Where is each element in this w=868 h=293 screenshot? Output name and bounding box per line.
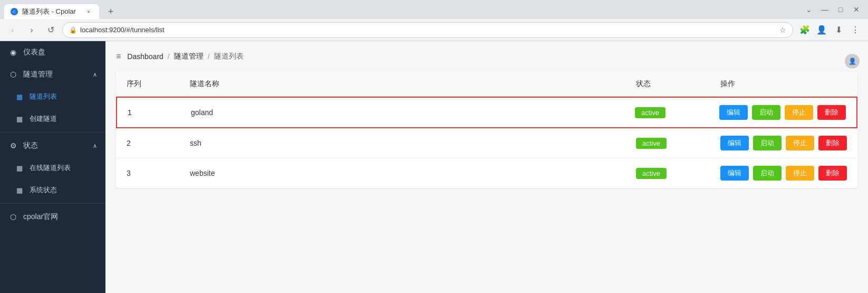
sidebar-group-label: 隧道管理 (23, 70, 53, 79)
chevron-up-icon: ∧ (93, 71, 97, 78)
sys-status-icon: ▦ (15, 185, 24, 195)
browser-chrome: C 隧道列表 - Cpolar × + ⌄ — □ ✕ ‹ › ↺ 🔒 loca… (0, 0, 868, 41)
col-header-actions: 操作 (720, 79, 847, 89)
cell-status: active (636, 168, 720, 179)
forward-button[interactable]: › (24, 23, 39, 37)
col-header-index: 序列 (127, 79, 190, 89)
cell-name: ssh (190, 139, 636, 147)
sidebar-item-label: 系统状态 (30, 185, 57, 195)
breadcrumb: ≡ Dashboard / 隧道管理 / 隧道列表 (116, 52, 857, 61)
online-tunnel-icon: ▦ (15, 163, 24, 173)
create-tunnel-icon: ▦ (15, 114, 24, 124)
edit-button-1[interactable]: 编辑 (719, 105, 748, 120)
downloads-button[interactable]: ⬇ (831, 23, 846, 37)
cell-actions: 编辑 启动 停止 删除 (720, 136, 847, 150)
sidebar-item-tunnel-list[interactable]: ▦ 隧道列表 (0, 86, 105, 108)
sidebar-item-label: 隧道列表 (30, 92, 57, 101)
cell-actions: 编辑 启动 停止 删除 (720, 166, 847, 181)
col-header-status: 状态 (636, 79, 720, 89)
toolbar-actions: 🧩 👤 ⬇ ⋮ (797, 23, 863, 37)
sidebar-item-sys-status[interactable]: ▦ 系统状态 (0, 179, 105, 201)
cell-actions: 编辑 启动 停止 删除 (719, 105, 846, 120)
sidebar-divider-2 (0, 203, 105, 204)
sidebar-group-tunnel-mgmt[interactable]: ⬡ 隧道管理 ∧ (0, 63, 105, 86)
tunnel-mgmt-icon: ⬡ (8, 70, 18, 79)
browser-toolbar: ‹ › ↺ 🔒 localhost:9200/#/tunnels/list ☆ … (0, 19, 868, 41)
chevron-up-icon: ∧ (93, 143, 97, 149)
url-text: localhost:9200/#/tunnels/list (80, 26, 776, 34)
delete-button-3[interactable]: 删除 (818, 166, 847, 181)
stop-button-3[interactable]: 停止 (786, 166, 814, 181)
cell-index: 3 (127, 169, 190, 177)
edit-button-3[interactable]: 编辑 (720, 166, 749, 181)
maximize-button[interactable]: □ (833, 2, 848, 17)
sidebar-item-online-tunnel[interactable]: ▦ 在线隧道列表 (0, 157, 105, 179)
sidebar-divider (0, 132, 105, 133)
cell-index: 2 (127, 139, 190, 147)
app-container: ◉ 仪表盘 ⬡ 隧道管理 ∧ ▦ 隧道列表 ▦ 创建隧道 ⚙ 状态 ∧ ▦ 在线… (0, 41, 868, 293)
main-content: ≡ Dashboard / 隧道管理 / 隧道列表 序列 隧道名称 状态 操作 … (105, 41, 868, 293)
status-badge: active (636, 138, 667, 149)
dashboard-icon: ◉ (8, 48, 18, 57)
delete-button-1[interactable]: 删除 (817, 105, 846, 120)
sidebar-group-status[interactable]: ⚙ 状态 ∧ (0, 135, 105, 157)
breadcrumb-sep-1: / (168, 52, 170, 61)
cell-index: 1 (128, 108, 191, 117)
start-button-1[interactable]: 启动 (752, 105, 780, 120)
edit-button-2[interactable]: 编辑 (720, 136, 749, 150)
lock-icon: 🔒 (69, 26, 77, 34)
breadcrumb-dashboard[interactable]: Dashboard (127, 52, 163, 61)
cell-status: active (636, 138, 720, 149)
external-link-icon: ⬡ (8, 212, 18, 222)
tab-close-button[interactable]: × (84, 7, 93, 16)
tab-favicon: C (11, 8, 18, 15)
stop-button-2[interactable]: 停止 (786, 136, 814, 150)
breadcrumb-sep-2: / (208, 52, 210, 61)
status-badge: active (636, 168, 667, 179)
table-row: 2 ssh active 编辑 启动 停止 删除 (116, 128, 857, 158)
menu-icon: ≡ (116, 52, 121, 61)
table-card: 序列 隧道名称 状态 操作 1 goland active 编辑 启动 停止 删… (116, 72, 857, 188)
sidebar-item-label: 仪表盘 (23, 48, 45, 57)
sidebar-item-dashboard[interactable]: ◉ 仪表盘 (0, 41, 105, 63)
address-bar[interactable]: 🔒 localhost:9200/#/tunnels/list ☆ (62, 22, 793, 38)
refresh-button[interactable]: ↺ (43, 23, 58, 37)
status-badge: active (635, 107, 666, 118)
col-header-name: 隧道名称 (190, 79, 636, 89)
breadcrumb-tunnel-mgmt[interactable]: 隧道管理 (174, 52, 204, 61)
tab-title: 隧道列表 - Cpolar (22, 7, 80, 16)
avatar[interactable]: 👤 (845, 54, 860, 69)
breadcrumb-tunnel-list: 隧道列表 (214, 52, 244, 61)
back-button[interactable]: ‹ (5, 23, 20, 37)
menu-button[interactable]: ⋮ (848, 23, 863, 37)
start-button-3[interactable]: 启动 (753, 166, 782, 181)
close-window-button[interactable]: ✕ (849, 2, 864, 17)
bookmark-icon: ☆ (779, 26, 786, 34)
sidebar-item-label: 创建隧道 (30, 114, 57, 124)
cell-name: goland (191, 108, 635, 117)
extensions-button[interactable]: 🧩 (797, 23, 812, 37)
dropdown-button[interactable]: ⌄ (802, 2, 816, 17)
minimize-button[interactable]: — (817, 2, 832, 17)
cell-name: website (190, 169, 636, 177)
browser-tab[interactable]: C 隧道列表 - Cpolar × (4, 4, 99, 19)
sidebar: ◉ 仪表盘 ⬡ 隧道管理 ∧ ▦ 隧道列表 ▦ 创建隧道 ⚙ 状态 ∧ ▦ 在线… (0, 41, 105, 293)
sidebar-item-create-tunnel[interactable]: ▦ 创建隧道 (0, 108, 105, 130)
delete-button-2[interactable]: 删除 (818, 136, 847, 150)
tunnel-list-icon: ▦ (15, 92, 24, 101)
start-button-2[interactable]: 启动 (753, 136, 782, 150)
table-header: 序列 隧道名称 状态 操作 (116, 72, 857, 97)
stop-button-1[interactable]: 停止 (785, 105, 813, 120)
sidebar-item-label: cpolar官网 (23, 212, 58, 222)
sidebar-item-label: 在线隧道列表 (30, 163, 71, 173)
cell-status: active (635, 107, 719, 118)
sidebar-group-label: 状态 (23, 141, 38, 150)
profile-button[interactable]: 👤 (814, 23, 829, 37)
sidebar-item-cpolar-website[interactable]: ⬡ cpolar官网 (0, 206, 105, 228)
new-tab-button[interactable]: + (103, 4, 118, 19)
table-row: 1 goland active 编辑 启动 停止 删除 (116, 97, 857, 128)
status-icon: ⚙ (8, 141, 18, 150)
table-row: 3 website active 编辑 启动 停止 删除 (116, 158, 857, 188)
